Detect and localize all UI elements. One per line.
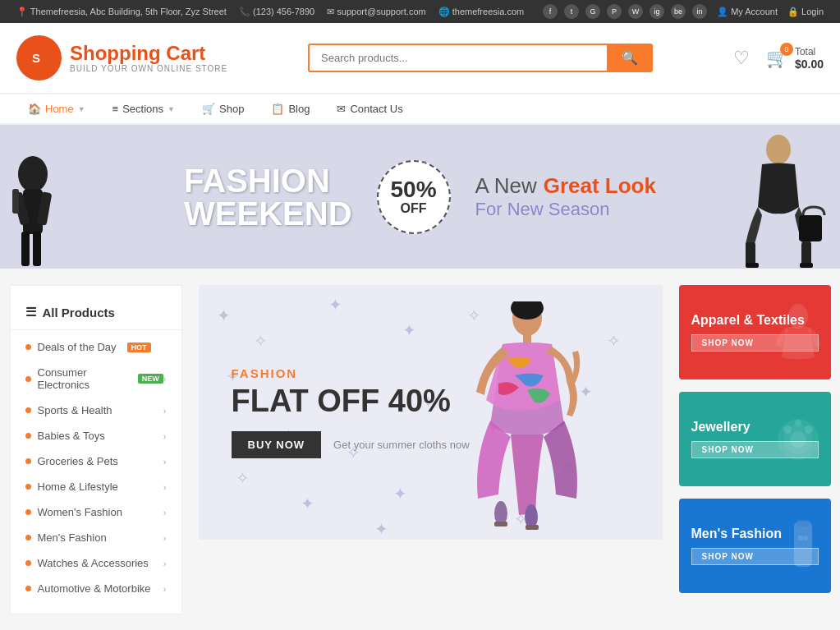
- panel-apparel-deco: [765, 285, 831, 379]
- hero-text-right: A New Great Look For New Season: [475, 173, 656, 220]
- linkedin-icon[interactable]: in: [692, 4, 707, 19]
- search-input[interactable]: [308, 44, 607, 72]
- panel-mens-fashion[interactable]: Men's Fashion SHOP NOW: [679, 499, 831, 593]
- sidebar-item-left: Watches & Accessories: [25, 557, 149, 569]
- search-button[interactable]: 🔍: [607, 44, 653, 72]
- sidebar-dot: [25, 535, 31, 540]
- sidebar-dot: [25, 376, 31, 382]
- search-area: 🔍: [308, 44, 653, 72]
- jewellery-decoration-svg: [769, 407, 827, 472]
- cart-icon-wrap: 🛒 0: [766, 48, 788, 69]
- logo-title: Shopping Cart: [70, 43, 227, 64]
- sidebar: ☰ All Products Deals of the Day HOT Cons…: [10, 285, 182, 614]
- svg-rect-21: [526, 525, 539, 530]
- panel-mens-fashion-title: Men's Fashion: [691, 527, 819, 541]
- social-icons: f t G P W ig be in: [543, 4, 707, 19]
- chevron-right-icon: ›: [163, 533, 167, 543]
- badge-hot: HOT: [127, 343, 151, 352]
- email: ✉ support@support.com: [327, 7, 425, 17]
- cart-amount: $0.00: [795, 57, 824, 71]
- right-panels: Apparel & Textiles SHOP NOW Jewellery SH…: [679, 285, 831, 614]
- hero-tag3: For New Season: [475, 199, 610, 219]
- nav-sections[interactable]: ≡ Sections ▼: [101, 94, 186, 123]
- sidebar-dot: [25, 344, 31, 350]
- google-plus-icon[interactable]: G: [585, 4, 600, 19]
- chevron-right-icon: ›: [163, 457, 167, 467]
- sidebar-item-automotive[interactable]: Automotive & Motorbike ›: [11, 576, 181, 601]
- svg-rect-20: [494, 522, 507, 527]
- twitter-icon[interactable]: t: [564, 4, 579, 19]
- right-model-svg: [717, 125, 840, 269]
- my-account-link[interactable]: 👤 My Account: [717, 7, 778, 17]
- instagram-icon[interactable]: ig: [650, 4, 664, 19]
- panel-apparel[interactable]: Apparel & Textiles SHOP NOW: [679, 285, 831, 379]
- panel-jewellery-btn[interactable]: SHOP NOW: [691, 441, 819, 458]
- sidebar-item-left: Men's Fashion: [25, 531, 107, 544]
- star-icon: ✦: [374, 519, 388, 539]
- hero-discount-circle: 50% OFF: [377, 160, 451, 234]
- panel-mens-fashion-btn[interactable]: SHOP NOW: [691, 548, 819, 565]
- nav-blog[interactable]: 📋 Blog: [259, 94, 321, 123]
- svg-rect-12: [801, 242, 811, 265]
- shopping-cart-logo-svg: S: [27, 46, 52, 71]
- sidebar-item-babies[interactable]: Babies & Toys ›: [11, 423, 181, 448]
- sidebar-item-left: Women's Fashion: [25, 506, 122, 518]
- sidebar-dot: [25, 586, 31, 591]
- svg-text:S: S: [32, 50, 40, 64]
- main-content: ☰ All Products Deals of the Day HOT Cons…: [2, 285, 839, 614]
- sidebar-item-womens[interactable]: Women's Fashion ›: [11, 499, 181, 525]
- nav-shop[interactable]: 🛒 Shop: [190, 94, 255, 123]
- panel-jewellery-title: Jewellery: [691, 420, 819, 435]
- header: S Shopping Cart BUILD YOUR OWN ONLINE ST…: [0, 23, 840, 94]
- sidebar-item-electronics[interactable]: Consumer Electronics NEW ›: [11, 360, 181, 398]
- mens-fashion-decoration-svg: [769, 513, 827, 579]
- cart-area[interactable]: 🛒 0 Total $0.00: [766, 46, 824, 71]
- chevron-right-icon: ›: [163, 559, 167, 568]
- sidebar-dot: [25, 458, 31, 464]
- logo-area: S Shopping Cart BUILD YOUR OWN ONLINE ST…: [16, 35, 227, 80]
- chevron-right-icon: ›: [163, 431, 167, 441]
- star-icon: ✧: [236, 468, 250, 488]
- logo-subtitle: BUILD YOUR OWN ONLINE STORE: [70, 64, 227, 73]
- apparel-decoration-svg: [769, 300, 827, 366]
- sidebar-item-deals[interactable]: Deals of the Day HOT: [11, 334, 181, 360]
- sidebar-item-left: Groceries & Pets: [25, 455, 118, 467]
- sidebar-item-sports[interactable]: Sports & Health ›: [11, 398, 181, 423]
- promo-actions: BUY NOW Get your summer cloths now: [232, 431, 470, 458]
- sidebar-item-left: Babies & Toys: [25, 430, 105, 442]
- promo-sub-text: Get your summer cloths now: [333, 439, 469, 451]
- promo-label: FASHION: [232, 366, 470, 380]
- svg-point-9: [766, 135, 791, 164]
- sidebar-dot: [25, 509, 31, 515]
- star-icon: ✦: [217, 306, 231, 325]
- svg-rect-13: [800, 263, 813, 268]
- sidebar-item-watches[interactable]: Watches & Accessories ›: [11, 550, 181, 576]
- sidebar-item-groceries[interactable]: Groceries & Pets ›: [11, 448, 181, 474]
- promo-banner: ✦ ✧ ✦ ✧ ✦ ✧ ✦ ✧ ✦ ✧ ✦ ✧ ✦ ✧ ✦ ✧ ✦ ✧ ✦: [199, 285, 663, 540]
- blog-nav-icon: 📋: [271, 103, 284, 115]
- discount-off: OFF: [401, 201, 427, 216]
- hero-tag1: A New: [475, 173, 537, 199]
- nav-contact[interactable]: ✉ Contact Us: [325, 94, 414, 123]
- wishlist-button[interactable]: ♡: [733, 48, 750, 69]
- chevron-right-icon: ›: [163, 406, 167, 416]
- sections-dropdown-icon: ▼: [168, 105, 175, 113]
- panel-apparel-btn[interactable]: SHOP NOW: [691, 334, 819, 352]
- nav-home[interactable]: 🏠 Home ▼: [16, 94, 97, 123]
- pinterest-icon[interactable]: P: [607, 4, 622, 19]
- login-link[interactable]: 🔒 Login: [787, 7, 824, 17]
- promo-text: FASHION FLAT OFF 40% BUY NOW Get your su…: [232, 366, 470, 458]
- panel-jewellery-deco: [765, 392, 831, 486]
- sidebar-item-home[interactable]: Home & Lifestyle ›: [11, 474, 181, 499]
- chevron-right-icon: ›: [163, 508, 167, 517]
- panel-jewellery[interactable]: Jewellery SHOP NOW: [679, 392, 831, 486]
- behance-icon[interactable]: be: [671, 4, 686, 19]
- sidebar-title: ☰ All Products: [11, 298, 181, 330]
- facebook-icon[interactable]: f: [543, 4, 558, 19]
- buy-now-button[interactable]: BUY NOW: [232, 431, 322, 458]
- sidebar-item-mens[interactable]: Men's Fashion ›: [11, 525, 181, 550]
- sidebar-dot: [25, 407, 31, 413]
- badge-new: NEW: [138, 374, 163, 384]
- wordpress-icon[interactable]: W: [628, 4, 643, 19]
- logo-icon: S: [16, 35, 62, 80]
